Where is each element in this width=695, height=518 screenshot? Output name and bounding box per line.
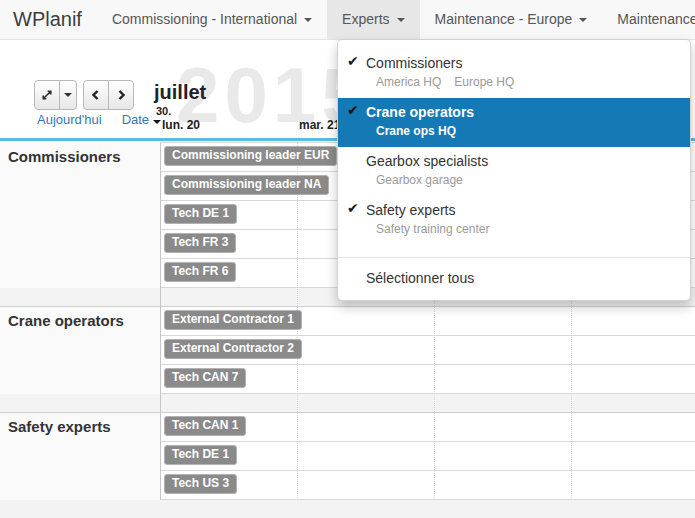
today-link[interactable]: Aujourd'hui: [37, 112, 102, 127]
grid-left-border: [160, 143, 161, 500]
group-safety-experts: Safety experts Tech CAN 1 Tech DE 1 Tech…: [0, 413, 695, 500]
group-label: Crane operators: [8, 312, 124, 329]
dropdown-item-crane-operators[interactable]: ✔ Crane operators Crane ops HQ: [338, 98, 690, 147]
chevron-down-icon: [397, 18, 405, 22]
resource-badge[interactable]: Tech DE 1: [164, 445, 237, 465]
timeline-row[interactable]: Tech CAN 7: [160, 365, 695, 394]
chevron-down-icon: [579, 18, 587, 22]
venue-list: America HQEurope HQ: [376, 75, 670, 90]
chevron-down-icon: [304, 18, 312, 22]
day-header-tue21: mar. 21: [299, 118, 340, 132]
day-header-mon20: lun. 20: [162, 118, 200, 132]
month-label: juillet: [154, 81, 206, 104]
resource-badge[interactable]: Tech FR 3: [164, 233, 236, 253]
check-icon: ✔: [347, 200, 359, 216]
chevron-down-icon: [64, 93, 72, 97]
wplanif-app: WPlanif Commissioning - International Ex…: [0, 0, 695, 518]
view-button-group: [34, 80, 77, 110]
check-icon: ✔: [347, 53, 359, 69]
top-navbar: WPlanif Commissioning - International Ex…: [0, 0, 695, 40]
week-number: 30.: [156, 105, 171, 117]
view-options-button[interactable]: [59, 80, 77, 110]
dropdown-item-commissioners[interactable]: ✔ Commissioners America HQEurope HQ: [338, 49, 690, 98]
nav-item-experts[interactable]: Experts: [327, 0, 419, 39]
venue-label: Crane ops HQ: [376, 124, 456, 138]
resource-badge[interactable]: Tech CAN 7: [164, 368, 246, 388]
venue-list: Safety training center: [376, 222, 670, 237]
venue-list: Crane ops HQ: [376, 124, 670, 139]
brand-logo[interactable]: WPlanif: [0, 0, 97, 39]
venue-list: Gearbox garage: [376, 173, 670, 188]
check-icon: ✔: [347, 102, 359, 118]
next-button[interactable]: [108, 80, 134, 110]
toolbar-links: Aujourd'huiDate: [37, 112, 161, 127]
resource-badge[interactable]: External Contractor 1: [164, 310, 302, 330]
nav-item-maintenance-europe[interactable]: Maintenance - Europe: [420, 0, 603, 39]
timeline-row[interactable]: Tech US 3: [160, 471, 695, 500]
group-crane-operators: Crane operators External Contractor 1 Ex…: [0, 307, 695, 394]
timeline-row[interactable]: Tech DE 1: [160, 442, 695, 471]
timeline-row[interactable]: Tech CAN 1: [160, 413, 695, 442]
group-label: Commissioners: [8, 148, 121, 165]
timeline-row[interactable]: External Contractor 2: [160, 336, 695, 365]
expand-diagonal-icon: [40, 88, 54, 102]
resource-badge[interactable]: Tech US 3: [164, 474, 237, 494]
dropdown-item-gearbox-specialists[interactable]: Gearbox specialists Gearbox garage: [338, 147, 690, 196]
nav-menu: Commissioning - International Experts Ma…: [97, 0, 695, 39]
resource-badge[interactable]: External Contractor 2: [164, 339, 302, 359]
nav-item-commissioning-international[interactable]: Commissioning - International: [97, 0, 327, 39]
timeline-row[interactable]: External Contractor 1: [160, 307, 695, 336]
group-separator: [0, 394, 695, 413]
expand-view-button[interactable]: [34, 80, 60, 110]
chevron-left-icon: [90, 89, 102, 101]
chevron-down-icon: [153, 120, 161, 124]
select-all-item[interactable]: Sélectionner tous: [338, 266, 690, 294]
venue-label: Safety training center: [376, 222, 489, 236]
dropdown-item-safety-experts[interactable]: ✔ Safety experts Safety training center: [338, 196, 690, 245]
resource-badge[interactable]: Tech CAN 1: [164, 416, 246, 436]
resource-badge[interactable]: Tech DE 1: [164, 204, 237, 224]
grid-bottom-band: [0, 500, 695, 518]
resource-badge[interactable]: Commissioning leader NA: [164, 175, 329, 195]
venue-label: America HQ: [376, 75, 441, 89]
group-label: Safety experts: [8, 418, 111, 435]
experts-dropdown-menu: ✔ Commissioners America HQEurope HQ ✔ Cr…: [337, 39, 691, 301]
resource-badge[interactable]: Commissioning leader EUR: [164, 146, 337, 166]
prev-button[interactable]: [83, 80, 109, 110]
venue-label: Europe HQ: [454, 75, 514, 89]
dropdown-divider: [338, 257, 690, 258]
venue-label: Gearbox garage: [376, 173, 463, 187]
chevron-right-icon: [115, 89, 127, 101]
nav-button-group: [83, 80, 134, 110]
resource-badge[interactable]: Tech FR 6: [164, 262, 236, 282]
nav-item-maintenance-cut[interactable]: Maintenance -: [602, 0, 695, 39]
